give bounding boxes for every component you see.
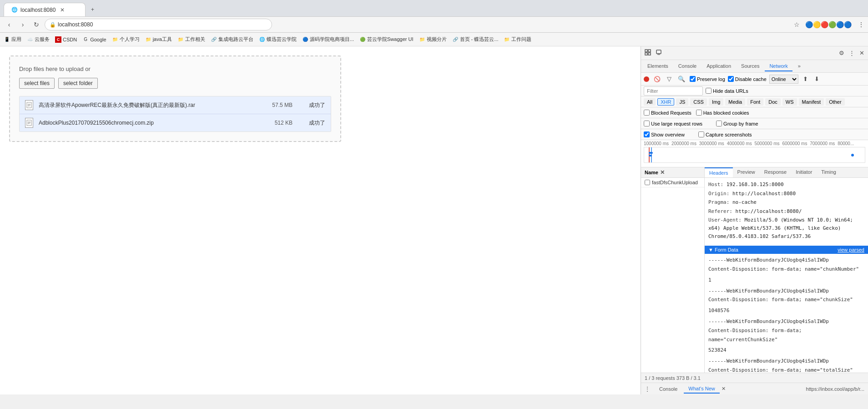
large-rows-checkbox[interactable]: Use large request rows xyxy=(644,121,702,126)
filter-all[interactable]: All xyxy=(644,98,656,106)
filter-other[interactable]: Other xyxy=(826,98,845,106)
bookmark-work[interactable]: 📁 工作相关 xyxy=(177,36,205,43)
show-overview-checkbox[interactable]: Show overview xyxy=(644,131,685,137)
address-bar[interactable]: 🔒 localhost:8080 xyxy=(45,19,272,30)
timeline-label-4: 4000000 ms xyxy=(727,141,755,146)
filter-js[interactable]: JS xyxy=(676,98,688,106)
bookmark-google[interactable]: G Google xyxy=(82,36,106,43)
file-size-1: 57.5 MB xyxy=(256,102,293,108)
svg-rect-12 xyxy=(656,50,661,54)
form-data-content: ------WebKitFormBoundaryJCUogbq4iSalIWDp… xyxy=(705,254,868,373)
filter-font[interactable]: Font xyxy=(747,98,763,106)
clear-button[interactable]: 🚫 xyxy=(652,75,662,83)
details-tab-headers[interactable]: Headers xyxy=(705,167,733,177)
import-button[interactable]: ⬆ xyxy=(801,75,810,83)
details-tab-preview[interactable]: Preview xyxy=(733,167,760,177)
throttle-select[interactable]: Online Fast 3G Slow 3G Offline xyxy=(769,75,798,84)
back-button[interactable]: ‹ xyxy=(4,19,15,30)
form-value-chunknumber: 1 xyxy=(708,276,864,285)
bookmark-star-icon[interactable]: ☆ xyxy=(794,21,800,28)
bookmark-apps[interactable]: 📱 应用 xyxy=(4,36,21,43)
hide-data-urls-checkbox[interactable]: Hide data URLs xyxy=(706,88,748,94)
file-icon-2 xyxy=(25,118,33,128)
menu-button[interactable]: ⋮ xyxy=(858,21,864,28)
filter-doc[interactable]: Doc xyxy=(765,98,781,106)
google-icon: G xyxy=(82,36,89,43)
details-tab-initiator[interactable]: Initiator xyxy=(791,167,817,177)
bookmark-work-issues[interactable]: 📁 工作问题 xyxy=(504,36,531,43)
active-tab[interactable]: 🌐 localhost:8080 ✕ xyxy=(4,3,86,16)
disable-cache-checkbox[interactable]: Disable cache xyxy=(728,76,767,82)
bookmark-source[interactable]: 🔵 源码学院电商项目... xyxy=(302,36,354,43)
request-checkbox[interactable] xyxy=(645,180,650,185)
timeline-marker xyxy=(851,154,854,157)
svg-rect-10 xyxy=(645,53,647,55)
link-icon-2: 🔗 xyxy=(452,36,459,43)
devtools-inspect-button[interactable] xyxy=(643,48,653,58)
bottom-tab-console[interactable]: Console xyxy=(655,385,682,393)
devtools-close-button[interactable]: ✕ xyxy=(858,49,866,57)
has-blocked-cookies-checkbox[interactable]: Has blocked cookies xyxy=(696,110,749,116)
bookmark-java[interactable]: 📁 java工具 xyxy=(145,36,172,43)
devtools-tab-console[interactable]: Console xyxy=(674,61,701,71)
filter-ws[interactable]: WS xyxy=(782,98,797,106)
filter-icon[interactable]: ▽ xyxy=(665,75,673,83)
bookmark-circuit[interactable]: 🔗 集成电路云平台 xyxy=(211,36,253,43)
group-by-frame-checkbox[interactable]: Group by frame xyxy=(716,121,758,126)
tab-close-icon[interactable]: ✕ xyxy=(60,7,65,13)
new-tab-button[interactable]: + xyxy=(86,3,100,16)
bookmark-home[interactable]: 🔗 首页 - 蝶迅芸云... xyxy=(452,36,499,43)
timeline-label-3: 3000000 ms xyxy=(699,141,727,146)
forward-button[interactable]: › xyxy=(17,19,28,30)
devtools-tab-application[interactable]: Application xyxy=(702,61,736,71)
bookmark-academy[interactable]: 🌐 蝶迅芸云学院 xyxy=(259,36,297,43)
whats-new-close[interactable]: ✕ xyxy=(722,386,726,392)
preserve-log-checkbox[interactable]: Preserve log xyxy=(690,76,725,82)
reload-button[interactable]: ↻ xyxy=(31,19,42,30)
bookmark-cloud[interactable]: ☁️ 云服务 xyxy=(27,36,50,43)
search-icon[interactable]: 🔍 xyxy=(676,75,687,83)
bookmark-swagger[interactable]: 🟢 芸云学院Swagger UI xyxy=(359,36,413,43)
filter-input[interactable] xyxy=(644,86,703,96)
record-button[interactable] xyxy=(644,76,649,82)
export-button[interactable]: ⬇ xyxy=(812,75,821,83)
dot-icon-1: 🔵 xyxy=(302,36,308,43)
bottom-tab-whats-new[interactable]: What's New xyxy=(684,384,719,394)
form-boundary-4: ------WebKitFormBoundaryJCUogbq4iSalIWDp xyxy=(708,357,864,366)
timeline-label-8: 80000... xyxy=(838,141,865,146)
devtools-settings-button[interactable]: ⚙ xyxy=(837,49,846,57)
devtools-tab-elements[interactable]: Elements xyxy=(643,61,673,71)
capture-screenshots-checkbox[interactable]: Capture screenshots xyxy=(698,131,752,137)
header-origin: Origin: http://localhost:8080 xyxy=(708,190,864,198)
devtools-tab-network[interactable]: Network xyxy=(765,61,792,71)
details-tab-timing[interactable]: Timing xyxy=(817,167,841,177)
request-item-fastdfs[interactable]: fastDfsChunkUpload xyxy=(641,178,704,187)
filter-media[interactable]: Media xyxy=(725,98,745,106)
select-folder-button[interactable]: select folder xyxy=(58,78,98,89)
filter-img[interactable]: Img xyxy=(709,98,723,106)
blocked-requests-checkbox[interactable]: Blocked Requests xyxy=(644,110,691,116)
header-referer: Referer: http://localhost:8080/ xyxy=(708,207,864,216)
devtools-responsive-button[interactable] xyxy=(654,48,664,58)
form-data-section[interactable]: ▼ Form Data view parsed xyxy=(705,246,868,254)
close-request-panel[interactable]: ✕ xyxy=(660,169,665,176)
svg-rect-13 xyxy=(658,54,660,55)
filter-css[interactable]: CSS xyxy=(690,98,707,106)
details-tab-response[interactable]: Response xyxy=(760,167,792,177)
devtools-tab-sources[interactable]: Sources xyxy=(737,61,764,71)
timeline-area: 1000000 ms 2000000 ms 3000000 ms 4000000… xyxy=(641,140,868,167)
bookmark-csdn[interactable]: C CSDN xyxy=(55,36,77,43)
bookmark-personal[interactable]: 📁 个人学习 xyxy=(112,36,140,43)
timeline-label-2: 2000000 ms xyxy=(671,141,699,146)
filter-manifest[interactable]: Manifest xyxy=(799,98,824,106)
filter-xhr[interactable]: XHR xyxy=(657,98,674,106)
timeline-label-5: 5000000 ms xyxy=(755,141,782,146)
devtools-tab-more[interactable]: » xyxy=(793,61,805,71)
select-files-button[interactable]: select files xyxy=(19,78,55,89)
bookmark-video[interactable]: 📁 视频分片 xyxy=(419,36,447,43)
devtools-more-button[interactable]: ⋮ xyxy=(847,49,857,57)
devtools-console-menu[interactable]: ⋮ xyxy=(645,386,650,392)
timeline-label-1: 1000000 ms xyxy=(644,141,671,146)
csdn-icon: C xyxy=(55,36,61,43)
view-parsed-link[interactable]: view parsed xyxy=(838,247,864,252)
